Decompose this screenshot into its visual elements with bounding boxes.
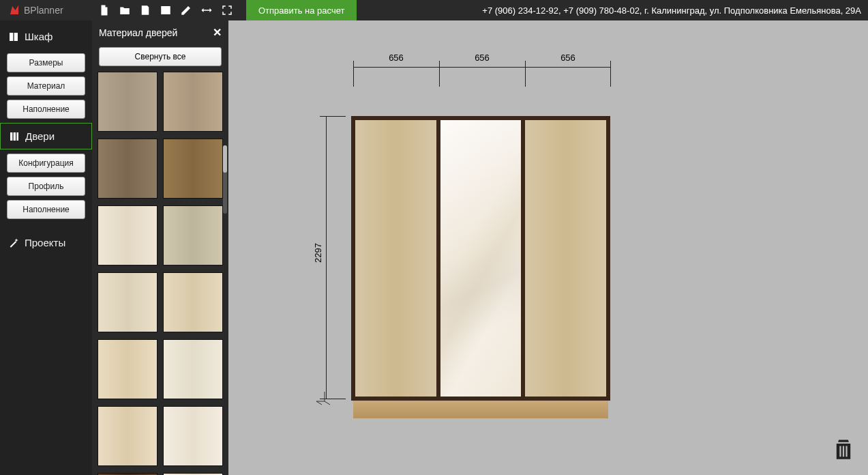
material-swatch-5[interactable] [98,205,158,265]
image-icon[interactable] [159,3,173,17]
section-wardrobe[interactable]: Шкаф [0,24,92,49]
left-dimension: 2297 [310,116,332,399]
app-name: BPlanner [24,5,63,16]
material-swatch-2[interactable] [163,72,223,132]
submit-button[interactable]: Отправить на расчет [246,0,357,20]
resize-horizontal-icon[interactable] [200,3,213,17]
save-icon[interactable] [138,3,152,17]
material-swatch-10[interactable] [163,339,223,399]
open-folder-icon[interactable] [118,3,132,17]
section-projects-label: Проекты [25,237,65,248]
material-swatch-9[interactable] [98,339,158,399]
svg-rect-0 [10,33,13,41]
material-swatch-4[interactable] [163,139,223,199]
btn-dimensions[interactable]: Размеры [7,53,85,72]
wardrobe-plinth [353,401,608,418]
btn-door-filling[interactable]: Наполнение [7,200,85,219]
door-3[interactable] [525,120,606,397]
dim-height: 2297 [313,243,323,263]
btn-material[interactable]: Материал [7,76,85,96]
dim-top-2: 656 [475,53,490,63]
door-2[interactable] [440,120,522,397]
section-wardrobe-label: Шкаф [25,31,53,42]
wardrobe-icon [8,31,19,42]
section-doors-label: Двери [25,130,55,142]
svg-rect-1 [14,33,18,41]
material-swatch-1[interactable] [98,72,158,132]
svg-rect-4 [16,132,18,141]
material-swatch-12[interactable] [163,406,223,466]
contact-info: +7 (906) 234-12-92, +7 (909) 780-48-02, … [482,0,868,20]
material-swatch-7[interactable] [98,272,158,332]
axis-origin-icon [315,389,337,407]
material-swatch-6[interactable] [163,205,223,265]
section-doors[interactable]: Двери [0,123,92,149]
trash-icon[interactable] [834,437,853,463]
btn-filling[interactable]: Наполнение [7,100,85,119]
new-file-icon[interactable] [98,3,111,17]
door-1[interactable] [355,120,436,397]
svg-rect-2 [10,132,12,141]
fullscreen-icon[interactable] [220,3,234,17]
edit-icon[interactable] [179,3,193,17]
section-projects[interactable]: Проекты [0,230,92,255]
material-swatch-8[interactable] [163,272,223,332]
wardrobe-preview[interactable] [351,116,610,418]
doors-icon [9,131,20,142]
svg-rect-3 [14,132,16,141]
panel-title: Материал дверей [99,27,177,38]
collapse-all-button[interactable]: Свернуть все [99,47,222,66]
top-dimensions: 656 656 656 [353,51,611,73]
logo-icon [8,4,20,16]
btn-profile[interactable]: Профиль [7,177,85,196]
panel-scrollbar[interactable] [223,145,227,214]
material-swatch-3[interactable] [98,139,158,199]
material-swatch-11[interactable] [98,406,158,466]
btn-configuration[interactable]: Конфигурация [7,154,85,173]
close-panel-icon[interactable]: ✕ [213,26,222,39]
app-logo: BPlanner [0,0,92,20]
magic-icon [8,238,19,248]
dim-top-1: 656 [389,53,404,63]
dim-top-3: 656 [560,53,575,63]
